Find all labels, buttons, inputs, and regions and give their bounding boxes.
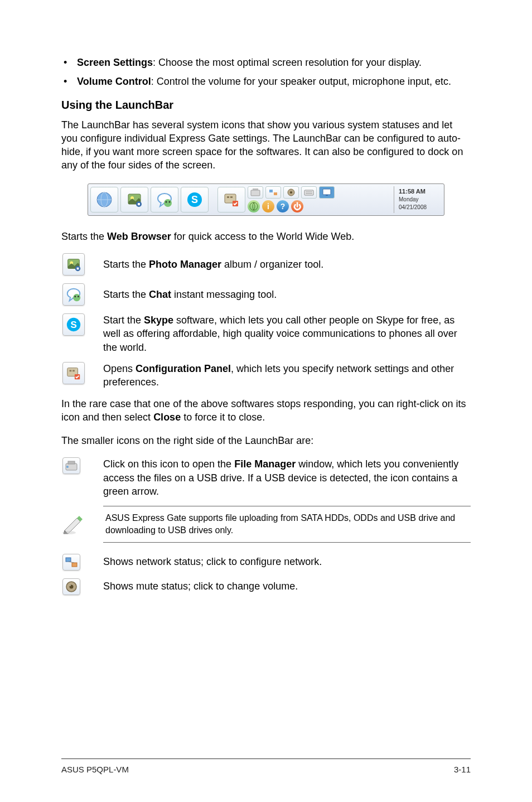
svg-rect-20 <box>274 192 277 195</box>
file-manager-row: Click on this icon to open the File Mana… <box>61 457 471 498</box>
svg-rect-48 <box>72 563 77 567</box>
tray-network-icon <box>265 186 281 199</box>
mute-text: Shows mute status; click to change volum… <box>103 579 471 593</box>
launchbar-clock: 11:58 AM Monday 04/21/2008 <box>394 186 442 213</box>
svg-rect-40 <box>70 370 72 371</box>
bullet-text: : Choose the most optimal screen resolut… <box>153 57 422 68</box>
launchbar-config-icon <box>217 187 245 212</box>
tray-screen-icon <box>319 186 335 199</box>
photo-manager-icon <box>62 253 85 276</box>
text: Starts the <box>61 231 107 242</box>
bullet-label: Volume Control <box>77 76 151 87</box>
tray-power-icon: ⏻ <box>291 200 303 212</box>
volume-status-icon <box>62 578 80 595</box>
bullet-item: • Screen Settings: Choose the most optim… <box>61 56 471 69</box>
bullet-label: Screen Settings <box>77 57 153 68</box>
bullet-marker: • <box>61 56 77 69</box>
svg-point-9 <box>166 201 167 202</box>
launchbar-skype-icon: S <box>181 187 209 212</box>
bullet-list: • Screen Settings: Choose the most optim… <box>61 56 471 89</box>
bold-text: Web Browser <box>107 231 171 242</box>
skype-row: S Start the Skype software, which lets y… <box>61 313 471 354</box>
footer-product: ASUS P5QPL-VM <box>61 765 129 774</box>
svg-rect-17 <box>251 190 260 196</box>
svg-rect-19 <box>269 190 273 192</box>
web-browser-line: Starts the Web Browser for quick access … <box>61 230 471 243</box>
launchbar-web-icon <box>90 187 118 212</box>
svg-rect-32 <box>77 268 79 270</box>
bullet-content: Volume Control: Control the volume for y… <box>77 75 471 88</box>
launchbar-chat-icon <box>151 187 178 212</box>
network-row: Shows network status; click to configure… <box>61 554 471 571</box>
svg-point-45 <box>66 466 69 468</box>
svg-rect-18 <box>253 189 258 191</box>
svg-point-28 <box>250 202 258 210</box>
svg-rect-27 <box>326 195 328 196</box>
svg-rect-26 <box>323 189 331 195</box>
config-row: Opens Configuration Panel, which lets yo… <box>61 362 471 389</box>
file-manager-icon <box>62 457 80 474</box>
chat-icon <box>62 283 85 306</box>
clock-time: 11:58 AM <box>399 187 442 196</box>
launchbar-photo-icon <box>120 187 148 212</box>
config-panel-icon <box>62 362 85 384</box>
close-paragraph: In the rare case that one of the above s… <box>61 397 471 424</box>
svg-point-36 <box>78 296 79 297</box>
note-pencil-icon <box>61 514 84 535</box>
svg-text:S: S <box>191 194 198 205</box>
intro-paragraph: The LaunchBar has several system icons t… <box>61 118 471 172</box>
config-text: Opens Configuration Panel, which lets yo… <box>103 362 471 389</box>
tray-file-icon <box>248 186 263 199</box>
footer-page-number: 3-11 <box>454 765 471 774</box>
tray-volume-icon <box>283 186 299 199</box>
svg-point-22 <box>290 191 292 194</box>
svg-rect-15 <box>230 196 233 198</box>
chat-text: Starts the Chat instant messaging tool. <box>103 288 471 301</box>
note-row: ASUS Express Gate supports file uploadin… <box>61 506 471 542</box>
bullet-text: : Control the volume for your speaker ou… <box>151 76 451 87</box>
note-text: ASUS Express Gate supports file uploadin… <box>103 506 471 542</box>
svg-point-34 <box>73 294 80 301</box>
bullet-marker: • <box>61 75 77 88</box>
chat-row: Starts the Chat instant messaging tool. <box>61 283 471 306</box>
file-text: Click on this icon to open the File Mana… <box>103 457 471 498</box>
svg-point-8 <box>164 199 172 207</box>
section-heading: Using the LaunchBar <box>61 99 471 112</box>
bullet-content: Screen Settings: Choose the most optimal… <box>77 56 471 69</box>
tray-info-icon: i <box>262 200 274 212</box>
bullet-item: • Volume Control: Control the volume for… <box>61 75 471 88</box>
skype-icon: S <box>62 313 85 336</box>
svg-point-35 <box>74 296 76 297</box>
tray-keyboard-icon <box>301 186 317 199</box>
svg-rect-44 <box>68 461 75 464</box>
tray-globe-icon <box>248 200 260 212</box>
skype-text: Start the Skype software, which lets you… <box>103 313 471 354</box>
svg-point-52 <box>70 585 71 586</box>
launchbar-screenshot: S i ? ⏻ 11:58 AM Monday 04/21/2008 <box>88 183 444 216</box>
smaller-icons-intro: The smaller icons on the right side of t… <box>61 434 471 447</box>
clock-day: Monday <box>399 196 442 204</box>
page-footer: ASUS P5QPL-VM 3-11 <box>61 758 471 774</box>
mute-row: Shows mute status; click to change volum… <box>61 578 471 595</box>
network-status-icon <box>62 554 80 571</box>
clock-date: 04/21/2008 <box>399 204 442 211</box>
photo-manager-row: Starts the Photo Manager album / organiz… <box>61 253 471 276</box>
svg-rect-6 <box>138 203 140 205</box>
svg-rect-41 <box>72 370 75 371</box>
svg-text:S: S <box>70 320 76 330</box>
svg-rect-23 <box>304 190 313 195</box>
photo-text: Starts the Photo Manager album / organiz… <box>103 258 471 271</box>
svg-point-46 <box>62 531 76 534</box>
text: for quick access to the World Wide Web. <box>171 231 354 242</box>
network-text: Shows network status; click to configure… <box>103 555 471 568</box>
svg-point-10 <box>169 201 171 202</box>
svg-line-49 <box>69 562 74 563</box>
launchbar-tray: i ? ⏻ <box>248 186 389 213</box>
svg-rect-47 <box>66 558 71 562</box>
svg-rect-14 <box>227 196 229 198</box>
tray-help-icon: ? <box>277 200 289 212</box>
